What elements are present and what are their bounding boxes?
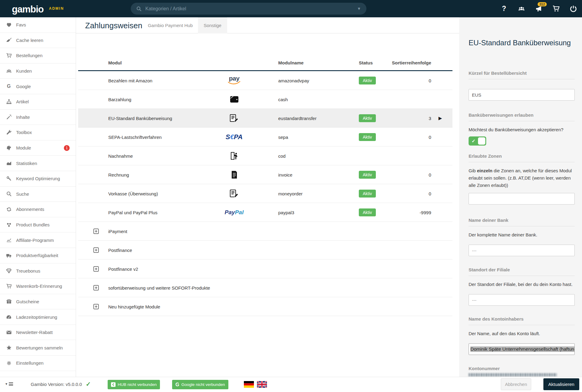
column-header-status[interactable]: Status xyxy=(359,60,373,65)
sidebar-item-newsletter-rabatt[interactable]: Newsletter-Rabatt xyxy=(0,325,76,340)
update-button[interactable]: Aktualisieren xyxy=(543,378,579,390)
table-row-vorkasse[interactable]: Vorkasse (Überweisung) moneyorder Aktiv … xyxy=(78,184,452,203)
sidebar-item-abonnements[interactable]: Abonnements xyxy=(0,202,76,217)
footer-menu-icon[interactable]: ▼ xyxy=(5,382,13,386)
sidebar-item-warenkorb-erinnerung[interactable]: Warenkorb-Erinnerung xyxy=(0,279,76,294)
amazon-pay-logo: pay xyxy=(216,76,252,85)
tab-gambio-payment-hub[interactable]: Gambio Payment Hub xyxy=(141,17,199,33)
cancel-button[interactable]: Abbrechen xyxy=(501,378,531,390)
table-row-eu-standard[interactable]: EU-Standard Banküberweisung eustandardtr… xyxy=(78,109,452,128)
group-row-postfinance-v2[interactable]: Postfinance v2 xyxy=(78,260,452,278)
account-holder-input[interactable]: Dominik Späte Unternehmensgesellschaft (… xyxy=(469,343,575,355)
section-label: Kürzel für Bestellübersicht xyxy=(469,70,575,76)
status-badge: Aktiv xyxy=(359,208,376,216)
group-row-ipayment[interactable]: iPayment xyxy=(78,222,452,241)
table-row-paypal[interactable]: PayPal und PayPal Plus PayPal paypal3 Ak… xyxy=(78,203,452,222)
sidebar-item-label: Cache leeren xyxy=(16,38,43,43)
module-code: moneyorder xyxy=(278,191,303,196)
sidebar-item-favs[interactable]: Favs xyxy=(0,17,76,33)
sidebar-item-google[interactable]: G Google xyxy=(0,79,76,94)
branch-description: Der Standort der Filiale, bei der du dei… xyxy=(469,281,575,288)
hub-status-button[interactable]: HUB nicht verbunden xyxy=(108,380,160,389)
sidebar-item-bestellungen[interactable]: Bestellungen xyxy=(0,48,76,64)
section-erlauben: Banküberweisungen erlauben Möchtest du B… xyxy=(469,112,575,146)
google-status-button[interactable]: G Google nicht verbunden xyxy=(172,380,228,389)
toggle-question: Möchtest du Banküberweisungen akzeptiere… xyxy=(469,126,575,133)
redacted-account-number xyxy=(469,373,557,377)
zones-input[interactable] xyxy=(469,193,575,205)
expand-plus-icon[interactable] xyxy=(93,266,99,272)
sidebar-item-label: Product Bundles xyxy=(16,222,50,227)
section-label: Name des Kontoinhabers xyxy=(469,316,575,322)
bank-name-input[interactable] xyxy=(469,245,575,256)
gift-icon xyxy=(5,298,12,304)
sidebar-item-product-bundles[interactable]: Product Bundles xyxy=(0,217,76,233)
megaphone-icon[interactable]: 312 xyxy=(530,0,547,17)
section-label: Standort der Filiale xyxy=(469,267,575,273)
global-search-input[interactable]: Kategorien / Artikel ▼ xyxy=(131,3,366,15)
column-header-modulname[interactable]: Modulname xyxy=(278,60,303,65)
star-icon xyxy=(5,345,12,351)
table-row-rechnung[interactable]: Rechnung invoice Aktiv 0 xyxy=(78,165,452,184)
kuerzel-input[interactable] xyxy=(469,89,575,101)
sidebar-item-inhalte[interactable]: Inhalte xyxy=(0,110,76,125)
sidebar-item-label: Keyword Optimierung xyxy=(16,176,60,181)
customers-icon[interactable] xyxy=(513,0,530,17)
expand-plus-icon[interactable] xyxy=(93,247,99,253)
flag-uk[interactable] xyxy=(257,381,267,388)
wallet-icon xyxy=(216,95,252,103)
section-label: Banküberweisungen erlauben xyxy=(469,112,575,118)
cart-icon[interactable] xyxy=(547,0,565,17)
flag-germany[interactable] xyxy=(244,381,254,388)
sidebar-item-keyword-optimierung[interactable]: Keyword Optimierung xyxy=(0,171,76,187)
sidebar-item-affiliate-programm[interactable]: Affiliate-Programm xyxy=(0,232,76,248)
table-row-amazon[interactable]: Bezahlen mit Amazon pay amazonadvpay Akt… xyxy=(78,71,452,90)
sidebar-item-bewertungen-sammeln[interactable]: Bewertungen sammeln xyxy=(0,340,76,356)
table-row-barzahlung[interactable]: Barzahlung cash xyxy=(78,90,452,109)
sidebar-item-label: Treuebonus xyxy=(16,268,40,273)
group-row-neu-hinzugefuegte-module[interactable]: Neu hinzugefügte Module xyxy=(78,297,452,316)
sidebar-item-label: Kunden xyxy=(16,68,32,74)
branch-location-input[interactable] xyxy=(469,294,575,306)
sidebar-item-artikel[interactable]: Artikel xyxy=(0,94,76,110)
google-icon: G xyxy=(5,83,12,89)
bank-description: Der komplette Name deiner Bank. xyxy=(469,231,575,239)
sort-order-value: 0 xyxy=(380,172,431,177)
chevron-down-icon[interactable]: ▼ xyxy=(357,6,361,11)
sidebar-item-cache-leeren[interactable]: Cache leeren xyxy=(0,33,76,48)
module-code: invoice xyxy=(278,172,293,177)
section-label: Kontonummer xyxy=(469,366,575,371)
sidebar-item-kunden[interactable]: Kunden xyxy=(0,64,76,79)
sidebar-item-statistiken[interactable]: Statistiken xyxy=(0,156,76,171)
sidebar-item-module[interactable]: Module 1 xyxy=(0,140,76,156)
expand-plus-icon[interactable] xyxy=(93,304,99,309)
sidebar-item-label: Artikel xyxy=(16,99,29,104)
sidebar-item-toolbox[interactable]: Toolbox xyxy=(0,125,76,140)
tab-sonstige[interactable]: Sonstige xyxy=(198,17,227,33)
sidebar-item-produktverfuegbarkeit[interactable]: Produktverfügbarkeit xyxy=(0,248,76,263)
table-row-nachnahme[interactable]: Nachnahme cod xyxy=(78,146,452,165)
sidebar-item-label: Favs xyxy=(16,22,26,27)
sidebar-item-suche[interactable]: Suche xyxy=(0,187,76,202)
section-zonen: Erlaubte Zonen Gib einzeln die Zonen an,… xyxy=(469,153,575,205)
sidebar-item-einstellungen[interactable]: Einstellungen xyxy=(0,356,76,371)
expand-plus-icon[interactable] xyxy=(93,285,99,291)
envelope-icon xyxy=(5,329,12,335)
gambio-logo[interactable]: gambio xyxy=(12,4,43,15)
group-row-sofort[interactable]: sofortüberweisung und weitere SOFORT-Pro… xyxy=(78,278,452,297)
section-filiale: Standort der Filiale Der Standort der Fi… xyxy=(469,267,575,306)
sidebar-item-ladezeitoptimierung[interactable]: Ladezeitoptimierung xyxy=(0,309,76,325)
power-icon[interactable] xyxy=(565,0,582,17)
module-code: amazonadvpay xyxy=(278,78,309,83)
sidebar-item-treuebonus[interactable]: Treuebonus xyxy=(0,263,76,279)
bank-transfer-icon xyxy=(216,189,252,198)
help-icon[interactable]: ? xyxy=(495,0,513,17)
column-header-modul[interactable]: Modul xyxy=(108,60,122,65)
divider xyxy=(469,226,575,226)
table-row-sepa[interactable]: SEPA-Lastschriftverfahren S€PA sepa Akti… xyxy=(78,128,452,146)
column-header-sortierreihenfolge[interactable]: Sortierreihenfolge xyxy=(380,60,431,65)
sidebar-item-gutscheine[interactable]: Gutscheine xyxy=(0,294,76,310)
accept-transfers-toggle[interactable]: ✓ xyxy=(469,136,486,146)
group-row-postfinance[interactable]: Postfinance xyxy=(78,241,452,260)
expand-plus-icon[interactable] xyxy=(93,229,99,234)
